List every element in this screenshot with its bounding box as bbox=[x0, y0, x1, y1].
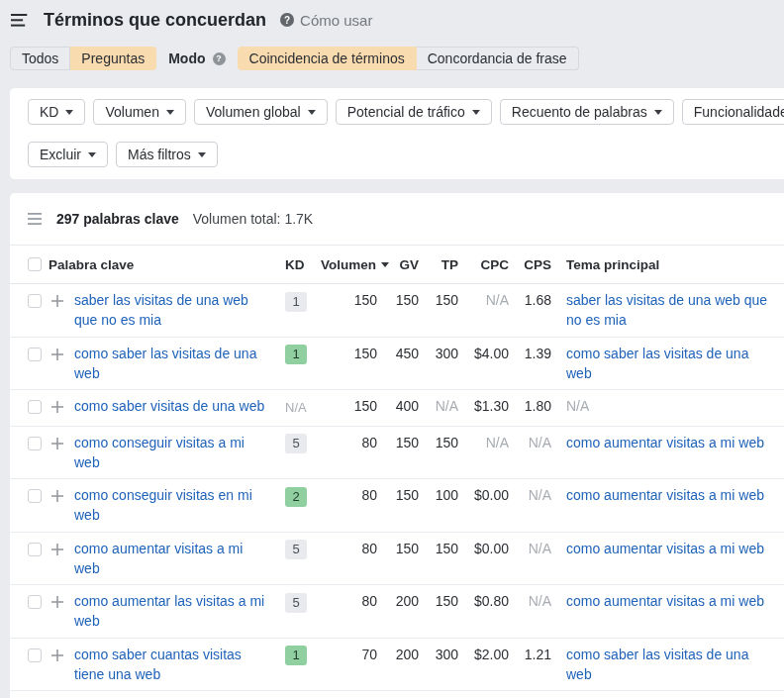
mode-help-icon[interactable]: ? bbox=[213, 52, 226, 65]
keyword-link[interactable]: como conseguir visitas a mi web bbox=[74, 435, 245, 470]
table-row: como aumentar visitas a mi web 5 80 150 … bbox=[10, 533, 784, 586]
header-gv[interactable]: GV bbox=[377, 257, 419, 272]
keyword-link[interactable]: saber las visitas de una web que no es m… bbox=[74, 292, 248, 328]
row-checkbox[interactable] bbox=[28, 595, 42, 609]
page-title: Términos que concuerdan bbox=[44, 10, 266, 31]
plus-icon[interactable] bbox=[51, 295, 63, 307]
parent-topic-link[interactable]: como aumentar visitas a mi web bbox=[566, 487, 764, 503]
gv-cell: 150 bbox=[377, 485, 419, 505]
table-row: saber las visitas de una web que no es m… bbox=[10, 284, 784, 338]
filter-traffic-potential[interactable]: Potencial de tráfico bbox=[336, 99, 492, 125]
row-checkbox[interactable] bbox=[28, 648, 42, 662]
table-body: saber las visitas de una web que no es m… bbox=[10, 284, 784, 691]
filter-more[interactable]: Más filtros bbox=[116, 142, 218, 167]
keyword-link[interactable]: como saber cuantas visitas tiene una web bbox=[74, 647, 242, 682]
help-icon[interactable]: ? bbox=[280, 13, 294, 27]
plus-icon[interactable] bbox=[51, 596, 63, 608]
parent-topic-link[interactable]: como aumentar visitas a mi web bbox=[566, 541, 764, 556]
cps-cell: N/A bbox=[509, 591, 551, 611]
plus-icon[interactable] bbox=[51, 490, 63, 502]
parent-topic-cell: como aumentar visitas a mi web bbox=[566, 485, 772, 505]
filter-exclude[interactable]: Excluir bbox=[28, 142, 108, 167]
row-checkbox[interactable] bbox=[28, 400, 42, 414]
tab-todos[interactable]: Todos bbox=[10, 47, 70, 70]
caret-down-icon bbox=[472, 110, 480, 115]
parent-topic-link[interactable]: N/A bbox=[566, 398, 589, 414]
plus-icon[interactable] bbox=[51, 544, 63, 555]
volume-cell: 80 bbox=[321, 591, 377, 611]
add-to-list-cell bbox=[42, 596, 74, 608]
tab-phrase-match[interactable]: Concordancia de frase bbox=[417, 47, 579, 70]
gv-cell: 150 bbox=[377, 433, 419, 452]
row-checkbox[interactable] bbox=[28, 294, 42, 308]
tp-cell: 300 bbox=[419, 645, 458, 664]
gv-cell: 150 bbox=[377, 539, 419, 558]
header-keyword[interactable]: Palabra clave bbox=[42, 257, 268, 272]
caret-down-icon bbox=[166, 110, 174, 115]
caret-down-icon bbox=[308, 110, 316, 115]
add-to-list-cell bbox=[42, 349, 74, 360]
gv-cell: 200 bbox=[377, 645, 419, 664]
filter-serp-features[interactable]: Funcionalidades de las SERP bbox=[682, 99, 784, 125]
filter-volume[interactable]: Volumen bbox=[93, 99, 185, 125]
table-row: como aumentar las visitas a mi web 5 80 … bbox=[10, 585, 784, 639]
cpc-cell: $2.00 bbox=[458, 645, 509, 664]
volume-total: Volumen total: 1.7K bbox=[193, 211, 313, 227]
keyword-link[interactable]: como aumentar visitas a mi web bbox=[74, 541, 243, 576]
kd-cell: 5 bbox=[268, 591, 321, 613]
kd-badge: 1 bbox=[285, 646, 307, 665]
drag-handle-icon[interactable] bbox=[28, 213, 42, 225]
filter-word-count[interactable]: Recuento de palabras bbox=[500, 99, 674, 125]
tp-cell: N/A bbox=[419, 396, 458, 416]
cps-cell: N/A bbox=[509, 485, 551, 505]
parent-topic-link[interactable]: como aumentar visitas a mi web bbox=[566, 593, 764, 609]
header-parent-topic[interactable]: Tema principal bbox=[566, 257, 772, 272]
tp-cell: 150 bbox=[419, 290, 458, 310]
keyword-cell: como saber las visitas de una web bbox=[74, 344, 268, 383]
cps-cell: 1.80 bbox=[509, 396, 551, 416]
table-card: 297 palabras clave Volumen total: 1.7K P… bbox=[10, 193, 784, 698]
parent-topic-cell: saber las visitas de una web que no es m… bbox=[566, 290, 772, 330]
plus-icon[interactable] bbox=[51, 438, 63, 449]
header-cpc[interactable]: CPC bbox=[458, 257, 509, 272]
parent-topic-link[interactable]: como saber las visitas de una web bbox=[566, 647, 748, 682]
select-all-checkbox[interactable] bbox=[28, 257, 42, 271]
row-checkbox[interactable] bbox=[28, 543, 42, 556]
how-to-use-link[interactable]: Cómo usar bbox=[300, 12, 372, 29]
keyword-cell: como aumentar las visitas a mi web bbox=[74, 591, 268, 631]
menu-icon[interactable] bbox=[11, 14, 28, 27]
page-header: Términos que concuerdan ? Cómo usar Todo… bbox=[0, 0, 784, 70]
filter-kd[interactable]: KD bbox=[28, 99, 85, 125]
plus-icon[interactable] bbox=[51, 401, 63, 413]
filter-global-volume[interactable]: Volumen global bbox=[194, 99, 328, 125]
tab-preguntas[interactable]: Preguntas bbox=[70, 47, 156, 70]
kd-cell: 5 bbox=[268, 433, 321, 454]
header-kd[interactable]: KD bbox=[268, 257, 321, 272]
parent-topic-link[interactable]: como aumentar visitas a mi web bbox=[566, 435, 764, 450]
tab-terms-match[interactable]: Coincidencia de términos bbox=[238, 47, 417, 70]
parent-topic-link[interactable]: como saber las visitas de una web bbox=[566, 346, 748, 381]
plus-icon[interactable] bbox=[51, 349, 63, 360]
keyword-link[interactable]: como conseguir visitas en mi web bbox=[74, 487, 252, 523]
table-header-row: Palabra clave KD Volumen GV TP CPC CPS T… bbox=[10, 246, 784, 284]
keyword-link[interactable]: como saber visitas de una web bbox=[74, 398, 264, 414]
volume-cell: 80 bbox=[321, 485, 377, 505]
gv-cell: 450 bbox=[377, 344, 419, 363]
header-volume[interactable]: Volumen bbox=[321, 257, 377, 272]
kd-cell: 1 bbox=[268, 645, 321, 666]
table-row: como saber visitas de una web N/A 150 40… bbox=[10, 390, 784, 427]
row-checkbox[interactable] bbox=[28, 437, 42, 450]
header-cps[interactable]: CPS bbox=[509, 257, 551, 272]
header-tp[interactable]: TP bbox=[419, 257, 458, 272]
volume-cell: 70 bbox=[321, 645, 377, 664]
row-checkbox[interactable] bbox=[28, 348, 42, 361]
caret-down-icon bbox=[88, 152, 96, 157]
keyword-link[interactable]: como saber las visitas de una web bbox=[74, 346, 256, 381]
mode-label: Modo bbox=[168, 50, 205, 66]
row-checkbox[interactable] bbox=[28, 489, 42, 503]
parent-topic-link[interactable]: saber las visitas de una web que no es m… bbox=[566, 292, 767, 328]
keyword-cell: como aumentar visitas a mi web bbox=[74, 539, 268, 578]
kd-badge: 1 bbox=[285, 345, 307, 364]
plus-icon[interactable] bbox=[51, 649, 63, 661]
keyword-link[interactable]: como aumentar las visitas a mi web bbox=[74, 593, 264, 629]
